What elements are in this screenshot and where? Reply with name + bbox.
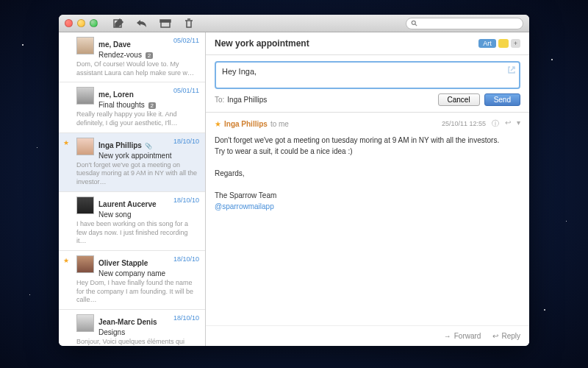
more-icon[interactable]: ▾ (517, 118, 520, 129)
message-pane: New york appointment Art + Hey Inga, To:… (206, 32, 529, 346)
item-subject: New company name (98, 269, 199, 277)
list-item[interactable]: me, Dave05/02/11Rendez-vous 2Dom, Of cou… (59, 32, 205, 82)
item-subject: New york appointment (98, 152, 199, 160)
cancel-button[interactable]: Cancel (438, 93, 480, 106)
item-date: 18/10/10 (173, 314, 199, 322)
count-badge: 2 (146, 52, 153, 59)
item-preview: Bonjour, Voici quelques éléments qui vou… (76, 338, 199, 346)
avatar (76, 255, 94, 273)
titlebar (59, 15, 529, 32)
close-button[interactable] (65, 19, 73, 27)
reply-action-icon[interactable]: ↩ (505, 118, 511, 129)
avatar (76, 87, 94, 105)
item-date: 05/01/11 (173, 87, 199, 94)
list-item[interactable]: Jean-Marc Denis18/10/10DesignsBonjour, V… (59, 310, 205, 346)
reply-button[interactable]: ↩ Reply (492, 332, 520, 340)
avatar (76, 197, 94, 214)
star-icon: ★ (63, 257, 69, 264)
star-icon: ★ (63, 139, 69, 146)
tag-yellow[interactable] (498, 39, 509, 48)
avatar (76, 37, 94, 54)
svg-point-2 (412, 21, 415, 24)
tag-art[interactable]: Art (478, 39, 496, 48)
attachment-icon: 📎 (145, 143, 152, 149)
item-subject: New song (98, 210, 199, 219)
compose-body[interactable]: Hey Inga, (215, 61, 520, 89)
message-from: Inga Phillips (224, 120, 268, 128)
item-preview: I have been working on this song for a f… (76, 220, 199, 246)
list-item[interactable]: me, Loren05/01/11Final thoughts 2Really … (59, 82, 205, 132)
item-date: 18/10/10 (173, 255, 199, 263)
item-preview: Really really happy you like it. And def… (76, 110, 199, 127)
item-subject: Rendez-vous 2 (98, 51, 199, 59)
message-to: to me (270, 120, 289, 128)
item-subject: Designs (98, 328, 199, 336)
item-preview: Don't forget we've got a meeting on tues… (76, 161, 199, 187)
handle-link[interactable]: @sparrowmailapp (215, 202, 274, 210)
compose-icon[interactable] (112, 18, 124, 29)
item-preview: Dom, Of course! Would love to. My assist… (76, 60, 199, 77)
search-icon (411, 20, 418, 27)
reply-icon[interactable] (136, 18, 148, 29)
count-badge: 2 (148, 102, 156, 109)
message-body: ★ Inga Phillips to me 25/10/11 12:55 ⓘ ↩… (206, 113, 529, 325)
avatar (76, 138, 94, 155)
zoom-button[interactable] (90, 19, 98, 27)
compose-area: Hey Inga, To: Inga Phillips Cancel Send (206, 55, 529, 113)
item-from: me, Loren (98, 91, 134, 99)
minimize-button[interactable] (77, 19, 85, 27)
window-controls (65, 19, 98, 27)
message-list: me, Dave05/02/11Rendez-vous 2Dom, Of cou… (59, 32, 206, 346)
to-value: Inga Phillips (227, 96, 267, 104)
item-date: 18/10/10 (173, 197, 199, 204)
item-from: Laurent Aucerve (98, 200, 157, 208)
forward-button[interactable]: → Forward (444, 332, 481, 340)
search-input[interactable] (406, 18, 523, 29)
popout-icon[interactable] (507, 66, 516, 76)
send-button[interactable]: Send (484, 93, 520, 106)
item-from: Oliver Stapple (98, 259, 148, 267)
message-title: New york appointment (215, 38, 309, 49)
list-item[interactable]: ★Inga Phillips 📎18/10/10New york appoint… (59, 133, 205, 192)
item-from: Inga Phillips (98, 141, 142, 149)
tag-add[interactable]: + (511, 39, 520, 48)
item-from: me, Dave (98, 40, 131, 49)
app-window: me, Dave05/02/11Rendez-vous 2Dom, Of cou… (59, 15, 529, 346)
star-icon[interactable]: ★ (215, 120, 221, 128)
item-preview: Hey Dom, I have finally found the name f… (76, 279, 199, 305)
message-date: 25/10/11 12:55 (442, 120, 486, 127)
list-item[interactable]: Laurent Aucerve18/10/10New songI have be… (59, 192, 205, 251)
list-item[interactable]: ★Oliver Stapple18/10/10New company nameH… (59, 251, 205, 310)
trash-icon[interactable] (183, 18, 195, 29)
item-subject: Final thoughts 2 (98, 101, 199, 109)
avatar (76, 314, 94, 332)
archive-icon[interactable] (159, 18, 171, 29)
item-date: 05/02/11 (173, 37, 199, 44)
item-from: Jean-Marc Denis (98, 318, 157, 326)
item-date: 18/10/10 (173, 138, 199, 145)
info-icon[interactable]: ⓘ (492, 118, 499, 129)
to-label: To: (215, 96, 224, 104)
